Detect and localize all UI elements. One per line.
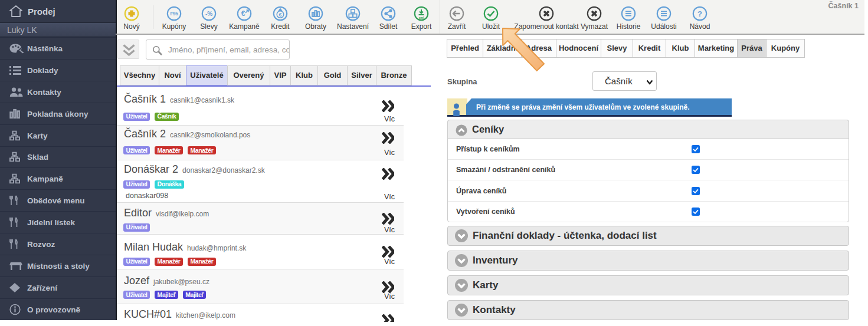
svg-text:xml: xml [419,16,424,19]
svg-text:€: € [241,9,245,18]
svg-text:€: € [279,12,281,18]
svg-text:#95: #95 [170,11,178,17]
svg-text:-%: -% [205,11,212,17]
svg-text:?: ? [697,9,702,18]
